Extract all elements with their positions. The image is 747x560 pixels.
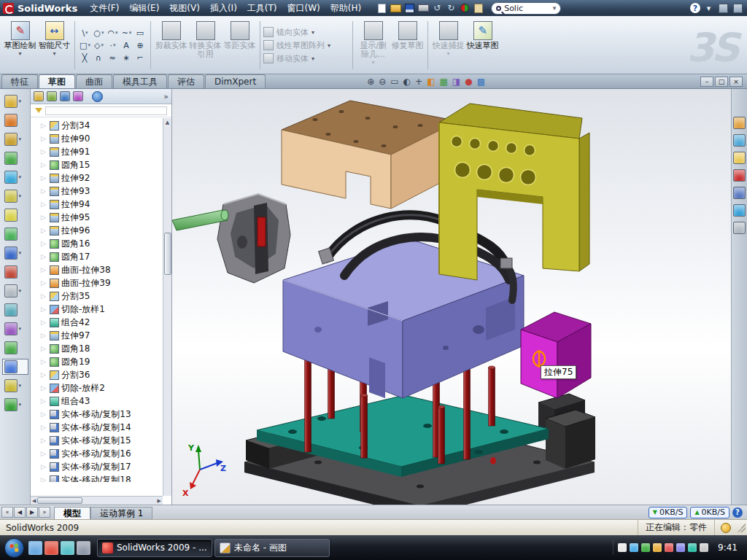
expand-icon[interactable]: ▷ (41, 266, 47, 273)
display-delete-relations-button[interactable]: 显示/删除几... ▾ (356, 18, 390, 72)
sketch-tool-button[interactable] (2, 340, 28, 356)
minimize-button[interactable]: – (700, 77, 713, 87)
sketch-tool-button[interactable]: ▾ (2, 131, 28, 147)
sketch-entity-button[interactable]: ╳ (78, 52, 92, 64)
view-tool-icon[interactable]: ◧ (427, 77, 435, 87)
repair-sketch-button[interactable]: 修复草图 (390, 18, 425, 72)
sketch-tool-button[interactable] (2, 264, 28, 280)
featuremanager-tab-icon[interactable] (34, 91, 44, 101)
ribbon-tab[interactable]: 模具工具 (113, 74, 167, 88)
expand-icon[interactable]: ▷ (41, 306, 47, 313)
rapid-sketch-button[interactable]: 快速草图 (465, 18, 500, 72)
tray-icon[interactable] (676, 543, 685, 552)
linear-pattern-button[interactable]: 线性草图阵列 ▾ (263, 40, 349, 51)
scroll-up-icon[interactable]: ▲ (166, 118, 169, 127)
panel-flyout-chevron[interactable]: » (163, 92, 169, 101)
feature-tree-item[interactable]: ▷ 实体-移动/复制14 (41, 421, 171, 434)
expand-icon[interactable]: ▷ (41, 292, 47, 300)
feature-tree-item[interactable]: ▷ 圆角18 (41, 342, 171, 355)
smart-dimension-button[interactable]: 智能尺寸 ▾ (37, 18, 71, 72)
3d-model-canvas[interactable]: Y Z X (172, 89, 731, 505)
sketch-tool-button[interactable]: ▾ (2, 397, 28, 413)
expand-icon[interactable]: ▷ (41, 345, 47, 352)
feature-tree-item[interactable]: ▷ 曲面-拉伸39 (41, 276, 171, 289)
search-input[interactable]: Solic ▾ (491, 2, 561, 15)
titlebar-right-icon[interactable] (717, 2, 729, 14)
sketch-tool-button[interactable]: ▾ (2, 93, 28, 109)
start-button[interactable] (4, 538, 24, 558)
feature-tree-item[interactable]: ▷ 切除-放样1 (41, 303, 171, 316)
part-cam-slider[interactable] (217, 194, 290, 283)
feature-tree-item[interactable]: ▷ 分割34 (41, 119, 171, 132)
toolbar-icon[interactable] (458, 2, 471, 15)
titlebar-right-icon[interactable]: ▾ (703, 2, 715, 14)
mirror-entities-button[interactable]: 镜向实体 ▾ (263, 27, 349, 38)
expand-icon[interactable]: ▷ (41, 371, 47, 378)
convert-entities-button[interactable]: 转换实体引用 (188, 18, 222, 72)
quick-launch-icon[interactable] (28, 541, 42, 555)
menu-item[interactable]: 帮助(H) (325, 0, 366, 16)
feature-tree-item[interactable]: ▷ 拉伸93 (41, 184, 171, 198)
scrollbar-thumb[interactable] (164, 233, 171, 275)
tray-icon[interactable] (700, 543, 708, 552)
expand-icon[interactable]: ▷ (41, 135, 47, 142)
feature-tree-item[interactable]: ▷ 实体-移动/复制15 (41, 434, 171, 447)
scroll-right-icon[interactable]: ▶ (158, 498, 161, 504)
tab-nav-button[interactable]: « (1, 507, 13, 518)
chevron-down-icon[interactable]: ▾ (553, 4, 557, 12)
sketch-entity-button[interactable]: □▾ (78, 39, 92, 52)
expand-icon[interactable]: ▷ (41, 201, 47, 208)
menu-item[interactable]: 文件(F) (85, 0, 124, 16)
sketch-entity-button[interactable]: ⊕ (133, 39, 147, 52)
view-tool-icon[interactable]: ⊕ (367, 77, 374, 87)
tab-nav-button[interactable]: » (39, 507, 50, 518)
expand-icon[interactable]: ▷ (41, 437, 47, 444)
tab-nav-button[interactable]: ◀ (14, 507, 26, 518)
expand-icon[interactable]: ▷ (41, 424, 47, 431)
sketch-entity-button[interactable]: ≈ (106, 52, 120, 64)
feature-tree-item[interactable]: ▷ 拉伸92 (41, 171, 171, 184)
sketch-entity-button[interactable]: ∩ (92, 52, 106, 64)
part-top-plate[interactable] (282, 101, 458, 209)
sketch-tool-button[interactable]: ▾ (2, 283, 28, 299)
tray-icon[interactable] (688, 543, 697, 552)
feature-tree-item[interactable]: ▷ 拉伸94 (41, 198, 171, 211)
expand-icon[interactable]: ▷ (41, 450, 47, 457)
sketch-tool-button[interactable]: ▾ (2, 169, 28, 185)
taskbar-window-button[interactable]: SolidWorks 2009 - ... (97, 539, 212, 557)
tray-icon[interactable] (665, 543, 673, 552)
expand-icon[interactable]: ▷ (41, 332, 47, 339)
feature-tree-item[interactable]: ▷ 拉伸90 (41, 132, 171, 145)
expand-icon[interactable]: ▷ (41, 411, 47, 418)
expand-icon[interactable]: ▷ (41, 384, 47, 392)
resize-grip[interactable] (737, 524, 746, 532)
task-pane-icon[interactable] (733, 117, 746, 129)
task-pane-icon[interactable] (733, 222, 746, 234)
titlebar-right-icon[interactable] (732, 2, 744, 14)
expand-icon[interactable]: ▷ (41, 174, 47, 182)
quick-launch-icon[interactable] (44, 541, 58, 555)
task-pane-icon[interactable] (733, 152, 746, 164)
toolbar-icon[interactable] (389, 2, 402, 15)
task-pane-icon[interactable] (733, 134, 746, 147)
ribbon-tab[interactable]: 曲面 (76, 74, 112, 88)
propertymanager-tab-icon[interactable] (47, 91, 57, 101)
expand-icon[interactable]: ▷ (41, 240, 47, 247)
feature-tree-item[interactable]: ▷ 实体-移动/复制18 (41, 473, 171, 482)
feature-tree-item[interactable]: ▷ 拉伸97 (41, 329, 171, 342)
sketch-tool-button[interactable] (2, 302, 28, 318)
menu-item[interactable]: 窗口(W) (282, 0, 325, 16)
expand-icon[interactable]: ▷ (41, 463, 47, 470)
restore-button[interactable]: □ (715, 77, 728, 87)
quick-launch-icon[interactable] (77, 541, 90, 555)
tab-nav-button[interactable]: ▶ (26, 507, 38, 518)
ribbon-tab[interactable]: 草图 (39, 74, 75, 88)
view-tool-icon[interactable]: ◨ (452, 77, 460, 87)
tray-icon[interactable] (630, 543, 638, 552)
feature-tree-item[interactable]: ▷ 圆角15 (41, 158, 171, 171)
expand-icon[interactable]: ▷ (41, 397, 47, 405)
view-tool-icon[interactable]: ◐ (403, 77, 411, 87)
sketch-tool-button[interactable]: ▾ (2, 245, 28, 261)
menu-item[interactable]: 编辑(E) (124, 0, 164, 16)
sketch-tool-button[interactable] (2, 359, 28, 375)
